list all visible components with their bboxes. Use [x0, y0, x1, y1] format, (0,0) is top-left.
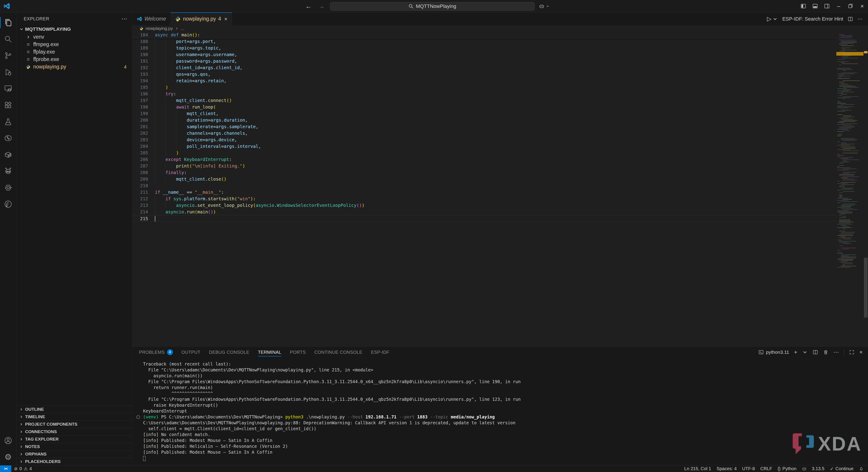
- close-icon[interactable]: ×: [856, 0, 868, 12]
- code-line[interactable]: 200 duration=args.duration,: [132, 117, 836, 123]
- continue-status[interactable]: ✓ Continue: [827, 466, 856, 472]
- menu-item[interactable]: [58, 3, 64, 9]
- breadcrumb[interactable]: nowplaying.py ...: [132, 25, 868, 32]
- sidebar-section[interactable]: OUTLINE: [17, 406, 132, 413]
- code-line[interactable]: 212 if sys.platform.startswith("win"):: [132, 195, 836, 202]
- run-python-file-button[interactable]: ▷: [767, 15, 778, 22]
- panel-tab[interactable]: PORTS: [290, 347, 306, 358]
- code-line[interactable]: 192 client_id=args.client_id,: [132, 64, 836, 71]
- source-control-icon[interactable]: [0, 47, 17, 64]
- editor-scrollbar[interactable]: [864, 32, 868, 346]
- nav-back-icon[interactable]: ←: [304, 3, 313, 10]
- notifications-bell[interactable]: [856, 466, 866, 472]
- encoding-status[interactable]: UTF-8: [739, 466, 758, 472]
- language-status[interactable]: {} Python: [775, 466, 799, 472]
- terminal-profile[interactable]: python3.11: [758, 349, 789, 355]
- panel-more-icon[interactable]: ⋯: [833, 349, 839, 355]
- code-line[interactable]: 209 mqtt_client.close(): [132, 176, 836, 182]
- code-line[interactable]: 215: [132, 215, 836, 222]
- cursor-position[interactable]: Ln 215, Col 1: [682, 466, 714, 472]
- new-terminal-icon[interactable]: +: [794, 349, 797, 355]
- trash-icon[interactable]: [823, 349, 829, 355]
- settings-gear-icon[interactable]: ⚙: [0, 449, 17, 465]
- explorer-more-icon[interactable]: ⋯: [122, 15, 128, 22]
- file-item[interactable]: nowplaying.py 4: [17, 63, 132, 70]
- run-debug-icon[interactable]: [0, 64, 17, 80]
- tab-welcome[interactable]: Welcome: [132, 12, 170, 25]
- code-line[interactable]: 205 ): [132, 150, 836, 156]
- terminal-output[interactable]: Traceback (most recent call last): File …: [132, 358, 868, 465]
- toggle-sidebar-icon[interactable]: [798, 0, 809, 12]
- panel-tab[interactable]: CONTINUE CONSOLE: [314, 347, 363, 358]
- test-beaker-icon[interactable]: [0, 113, 17, 130]
- code-line[interactable]: 208 finally:: [132, 169, 836, 176]
- container-icon[interactable]: [0, 146, 17, 163]
- maximize-icon[interactable]: [844, 0, 856, 12]
- code-line[interactable]: 201 samplerate=args.samplerate,: [132, 123, 836, 130]
- file-item[interactable]: ≡ ffmpeg.exe: [17, 41, 132, 48]
- sidebar-section[interactable]: TIMELINE: [17, 413, 132, 420]
- split-terminal-icon[interactable]: [813, 349, 818, 355]
- file-item[interactable]: venv: [17, 33, 132, 41]
- code-line[interactable]: 213 asyncio.set_event_loop_policy(asynci…: [132, 202, 836, 209]
- editor-more-icon[interactable]: ⋯: [858, 16, 863, 22]
- sidebar-section[interactable]: NOTES: [17, 443, 132, 450]
- code-line[interactable]: 189 topic=args.topic,: [132, 45, 836, 51]
- menu-item[interactable]: [26, 3, 33, 9]
- menu-item[interactable]: [20, 3, 26, 9]
- file-item[interactable]: ≡ ffprobe.exe: [17, 56, 132, 63]
- robot-icon[interactable]: [0, 163, 17, 179]
- panel-tab[interactable]: TERMINAL: [258, 347, 281, 358]
- code-line[interactable]: 211if __name__ == "__main__":: [132, 189, 836, 195]
- code-line[interactable]: 190 username=args.username,: [132, 51, 836, 58]
- espressif-icon[interactable]: [0, 196, 17, 212]
- command-center-search[interactable]: MQTTNowPlaying: [330, 2, 535, 11]
- panel-tab[interactable]: ESP-IDF: [371, 347, 389, 358]
- toggle-secondary-sidebar-icon[interactable]: [821, 0, 833, 12]
- workspace-row[interactable]: MQTTNOWPLAYING: [17, 25, 132, 33]
- eol-status[interactable]: CRLF: [758, 466, 775, 472]
- problems-status[interactable]: ⊘ 0 ⚠ 4: [11, 466, 35, 472]
- explorer-icon[interactable]: [0, 14, 17, 31]
- maximize-panel-icon[interactable]: [849, 349, 855, 355]
- menu-item[interactable]: [52, 3, 58, 9]
- project-circle-icon[interactable]: [0, 130, 17, 146]
- account-icon[interactable]: [0, 432, 17, 449]
- close-panel-icon[interactable]: ×: [860, 349, 863, 355]
- espidf-hint-button[interactable]: ESP-IDF: Search Error Hint: [782, 16, 843, 22]
- editor-area[interactable]: 184 async def main(): 188 port=args.port…: [132, 32, 868, 346]
- toggle-panel-icon[interactable]: [809, 0, 821, 12]
- sidebar-section[interactable]: ORPHANS: [17, 450, 132, 458]
- menu-item[interactable]: [39, 3, 45, 9]
- menu-item[interactable]: [13, 3, 20, 9]
- file-item[interactable]: ≡ ffplay.exe: [17, 48, 132, 56]
- chevron-down-icon[interactable]: [802, 349, 808, 355]
- split-editor-icon[interactable]: [848, 16, 853, 22]
- panel-tab[interactable]: OUTPUT: [182, 347, 200, 358]
- code-line[interactable]: 188 port=args.port,: [132, 38, 836, 45]
- panel-tab[interactable]: DEBUG CONSOLE: [209, 347, 249, 358]
- code-line[interactable]: 203 device=args.device,: [132, 136, 836, 143]
- panel-tab[interactable]: PROBLEMS 4: [139, 347, 173, 358]
- code-line[interactable]: 214 asyncio.run(main()): [132, 209, 836, 215]
- code-line[interactable]: 204 poll_interval=args.interval,: [132, 143, 836, 150]
- minimize-icon[interactable]: –: [833, 0, 844, 12]
- nav-forward-icon[interactable]: →: [317, 3, 326, 10]
- tab-nowplaying[interactable]: nowplaying.py 4 ×: [170, 12, 232, 25]
- sticky-scroll-line[interactable]: 184 async def main():: [132, 32, 836, 38]
- menu-item[interactable]: [45, 3, 52, 9]
- copilot-status[interactable]: [799, 466, 809, 472]
- remote-indicator[interactable]: ><: [0, 466, 11, 472]
- copilot-menu[interactable]: [539, 3, 549, 9]
- code-line[interactable]: 196 try:: [132, 91, 836, 97]
- scrollbar-thumb[interactable]: [864, 258, 868, 318]
- tab-close-icon[interactable]: ×: [224, 16, 227, 22]
- code-line[interactable]: 191 password=args.password,: [132, 58, 836, 64]
- remote-explorer-icon[interactable]: [0, 80, 17, 97]
- menu-item[interactable]: [33, 3, 39, 9]
- code-line[interactable]: 206 except KeyboardInterrupt:: [132, 156, 836, 163]
- code-line[interactable]: 197 mqtt_client.connect(): [132, 97, 836, 104]
- sidebar-section[interactable]: PLACEHOLDERS: [17, 458, 132, 465]
- python-version-status[interactable]: 3.13.5: [809, 466, 827, 472]
- code-line[interactable]: 195 ): [132, 84, 836, 91]
